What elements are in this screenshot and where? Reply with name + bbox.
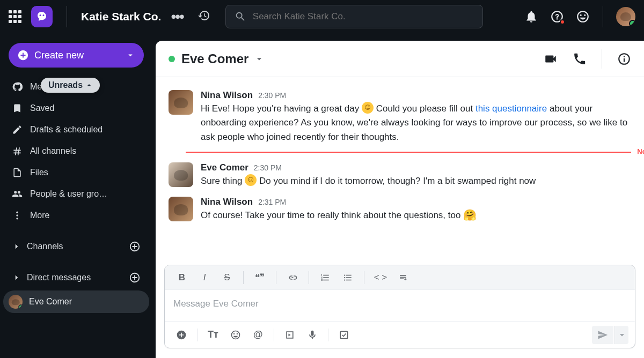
emoji-picker-button[interactable]: [225, 326, 246, 344]
chat-header: Eve Comer: [156, 41, 644, 77]
search-bar[interactable]: [225, 5, 483, 28]
people-icon: [12, 189, 23, 199]
body: Create new Mentioned ti… Unreads Saved D…: [0, 33, 644, 358]
more-label: More: [30, 211, 49, 220]
shortcut-button[interactable]: [334, 326, 354, 344]
composer: B I S ❝❞ < >: [164, 265, 635, 348]
more-vertical-icon: [12, 210, 23, 221]
mention-button[interactable]: @: [248, 326, 268, 344]
quote-button[interactable]: ❝❞: [250, 269, 269, 286]
unreads-pill[interactable]: Unreads: [41, 78, 100, 93]
files-label: Files: [30, 168, 48, 177]
divider: [276, 271, 276, 284]
message-author: Eve Comer: [201, 162, 248, 173]
divider: [309, 271, 309, 284]
dm-item-active[interactable]: Eve Comer: [3, 290, 149, 313]
create-new-button[interactable]: Create new: [9, 43, 144, 68]
chat-title-text: Eve Comer: [181, 51, 248, 66]
history-icon[interactable]: [197, 9, 210, 24]
chat-header-actions: [544, 49, 631, 69]
brand-logo[interactable]: [31, 6, 53, 27]
people-label: People & user gro…: [30, 189, 107, 199]
section-header-dms[interactable]: Direct messages: [4, 267, 148, 288]
sidebar-item-more[interactable]: More: [4, 205, 148, 226]
new-messages-divider: New: [186, 152, 631, 153]
message-row[interactable]: Nina Wilson 2:31 PM Of course! Take your…: [156, 192, 644, 227]
help-notification-dot: [560, 19, 565, 25]
unreads-label: Unreads: [48, 80, 83, 90]
divider: [603, 6, 603, 27]
divider: [602, 49, 602, 69]
audio-record-button[interactable]: [302, 326, 323, 344]
chevron-up-icon: [85, 81, 93, 89]
bold-button[interactable]: B: [172, 269, 192, 286]
drafts-label: Drafts & scheduled: [30, 125, 103, 135]
info-icon[interactable]: [617, 52, 631, 66]
emoji-icon[interactable]: [576, 10, 590, 24]
message-avatar: [169, 197, 193, 221]
code-button[interactable]: < >: [371, 269, 390, 286]
bulleted-list-button[interactable]: [338, 269, 357, 286]
hug-emoji-icon: [463, 208, 475, 220]
attach-button[interactable]: [171, 326, 192, 344]
sidebar-item-files[interactable]: Files: [4, 162, 148, 183]
ordered-list-button[interactable]: [316, 269, 335, 286]
message-text: Hi Eve! Hope you're having a great day C…: [201, 102, 631, 144]
notifications-icon[interactable]: [524, 10, 538, 24]
workspace-name[interactable]: Katie Stark Co.: [81, 10, 161, 23]
chat-title[interactable]: Eve Comer: [181, 51, 265, 66]
message-avatar: [169, 162, 193, 187]
hash-search-icon: [12, 146, 23, 156]
divider: [364, 271, 364, 284]
plus-circle-outline-icon[interactable]: [129, 241, 141, 252]
video-clip-button[interactable]: [280, 326, 300, 344]
apps-grid-icon[interactable]: [9, 10, 21, 23]
sidebar-item-drafts[interactable]: Drafts & scheduled: [4, 119, 148, 140]
codeblock-button[interactable]: [393, 269, 413, 286]
message-body: Eve Comer 2:30 PM Sure thing Do you mind…: [201, 162, 631, 188]
chevron-down-icon: [126, 50, 135, 60]
more-icon[interactable]: •••: [171, 8, 183, 25]
sidebar-item-mentions[interactable]: Mentioned ti… Unreads: [4, 76, 148, 98]
topbar: Katie Stark Co. •••: [0, 0, 644, 33]
svg-point-2: [16, 218, 18, 219]
chevron-down-icon: [254, 54, 265, 64]
italic-button[interactable]: I: [195, 269, 214, 286]
smile-emoji-icon: [362, 102, 374, 114]
message-input[interactable]: Message Eve Comer: [165, 290, 635, 321]
text-formatting-toggle[interactable]: Tт: [203, 326, 223, 344]
phone-icon[interactable]: [573, 52, 587, 66]
questionnaire-link[interactable]: this questionnaire: [475, 103, 547, 114]
plus-circle-outline-icon[interactable]: [129, 272, 141, 284]
presence-indicator: [169, 56, 175, 62]
section-header-channels[interactable]: Channels: [4, 236, 148, 257]
sidebar-item-people[interactable]: People & user gro…: [4, 183, 148, 205]
chevron-right-icon: [12, 273, 21, 282]
dm-avatar: [9, 295, 23, 309]
send-button[interactable]: [592, 326, 613, 344]
video-icon[interactable]: [544, 52, 558, 66]
message-text: Sure thing Do you mind if I do it tomorr…: [201, 174, 631, 188]
strikethrough-button[interactable]: S: [217, 269, 237, 286]
help-icon[interactable]: [550, 10, 564, 24]
svg-point-1: [16, 214, 18, 216]
divider: [243, 271, 244, 284]
message-body: Nina Wilson 2:31 PM Of course! Take your…: [201, 197, 631, 222]
sidebar-item-saved[interactable]: Saved: [4, 98, 148, 119]
message-row[interactable]: Nina Wilson 2:30 PM Hi Eve! Hope you're …: [156, 86, 644, 148]
user-avatar[interactable]: [616, 7, 635, 26]
dms-label: Direct messages: [27, 273, 91, 282]
divider: [67, 6, 67, 27]
search-input[interactable]: [253, 11, 474, 22]
formatting-toolbar: B I S ❝❞ < >: [165, 265, 635, 290]
sidebar-item-all-channels[interactable]: All channels: [4, 140, 148, 162]
link-button[interactable]: [283, 269, 302, 286]
message-author: Nina Wilson: [201, 90, 253, 101]
at-icon: [12, 81, 23, 92]
divider: [197, 329, 197, 341]
search-icon: [235, 11, 246, 23]
send-options-button[interactable]: [614, 326, 628, 344]
message-row[interactable]: Eve Comer 2:30 PM Sure thing Do you mind…: [156, 158, 644, 192]
chat-pane: Eve Comer Nina Wilson 2:30 PM: [156, 41, 644, 358]
all-channels-label: All channels: [30, 146, 76, 156]
